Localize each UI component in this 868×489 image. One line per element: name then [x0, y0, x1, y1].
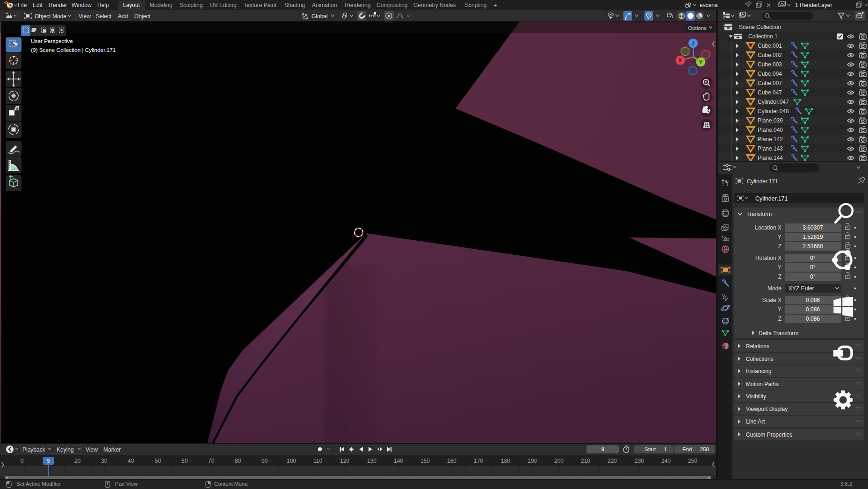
svg-text:0.086: 0.086	[806, 306, 820, 313]
svg-text:Collections: Collections	[746, 356, 774, 362]
svg-text:Visibility: Visibility	[746, 393, 766, 400]
svg-text:250: 250	[700, 446, 709, 452]
svg-text:Relations: Relations	[746, 343, 769, 350]
svg-text:Collection 1: Collection 1	[748, 33, 778, 40]
svg-text:Scale X: Scale X	[762, 297, 781, 303]
svg-text:1: 1	[664, 446, 667, 452]
svg-text:Y: Y	[699, 59, 703, 65]
svg-text:Plane.040: Plane.040	[758, 127, 783, 133]
svg-text:Viewport Display: Viewport Display	[746, 406, 788, 412]
svg-text:0°: 0°	[810, 255, 816, 261]
svg-text:Plane.142: Plane.142	[758, 136, 783, 143]
svg-text:Cube.002: Cube.002	[758, 52, 782, 58]
svg-text:Cylinder.171: Cylinder.171	[755, 195, 788, 202]
svg-text:❮: ❮	[711, 41, 716, 47]
svg-text:9: 9	[601, 446, 604, 452]
svg-text:Z: Z	[692, 41, 695, 46]
svg-text:Z: Z	[778, 273, 781, 280]
svg-text:Motion Paths: Motion Paths	[746, 381, 779, 388]
svg-text:0.086: 0.086	[806, 316, 820, 322]
svg-text:+: +	[493, 2, 497, 9]
svg-text:0.086: 0.086	[806, 297, 820, 303]
svg-text:Z: Z	[778, 243, 781, 250]
svg-text:Cube.004: Cube.004	[758, 71, 782, 77]
svg-text:Cube.001: Cube.001	[758, 43, 782, 49]
svg-text:0°: 0°	[810, 264, 816, 271]
svg-text:Line Art: Line Art	[746, 418, 765, 425]
svg-text:(9) Scene Collection | Cylinde: (9) Scene Collection | Cylinder.171	[31, 47, 116, 53]
svg-text:❯: ❯	[0, 461, 5, 467]
svg-text:❮: ❮	[711, 461, 715, 467]
svg-text:Cylinder.171: Cylinder.171	[747, 178, 778, 185]
svg-text:Cube.007: Cube.007	[758, 80, 782, 86]
svg-text:XYZ Euler: XYZ Euler	[788, 285, 814, 292]
svg-text:Mode: Mode	[767, 285, 781, 292]
svg-text:1.52819: 1.52819	[803, 234, 823, 240]
svg-text:Cylinder.048: Cylinder.048	[758, 108, 789, 115]
svg-text:Instancing: Instancing	[746, 368, 772, 374]
svg-text:9: 9	[47, 458, 50, 464]
svg-text:Transform: Transform	[746, 211, 772, 217]
svg-text:Cylinder.047: Cylinder.047	[758, 99, 789, 105]
svg-text:X: X	[679, 58, 682, 63]
svg-text:Y: Y	[778, 264, 781, 271]
svg-text:3.60307: 3.60307	[803, 224, 823, 231]
svg-text:Cube.003: Cube.003	[758, 61, 782, 68]
svg-text:Location X: Location X	[755, 224, 781, 231]
svg-text:Scene Collection: Scene Collection	[739, 24, 781, 30]
svg-text:Plane.144: Plane.144	[758, 155, 783, 161]
svg-text:Options: Options	[688, 25, 707, 31]
svg-text:Start: Start	[644, 446, 656, 452]
svg-text:Plane.143: Plane.143	[758, 145, 783, 152]
svg-text:End: End	[682, 446, 692, 452]
svg-text:Plane.039: Plane.039	[758, 117, 783, 124]
svg-text:Cube.047: Cube.047	[758, 89, 782, 96]
svg-text:Y: Y	[778, 306, 781, 313]
svg-text:Custom Properties: Custom Properties	[746, 431, 792, 438]
svg-text:User Perspective: User Perspective	[31, 38, 73, 44]
svg-text:2.53660: 2.53660	[803, 243, 823, 250]
svg-text:Y: Y	[778, 234, 781, 240]
svg-text:Z: Z	[778, 316, 781, 322]
svg-text:Delta Transform: Delta Transform	[759, 330, 798, 337]
svg-text:Rotation X: Rotation X	[755, 255, 781, 261]
svg-text:0°: 0°	[810, 273, 816, 280]
